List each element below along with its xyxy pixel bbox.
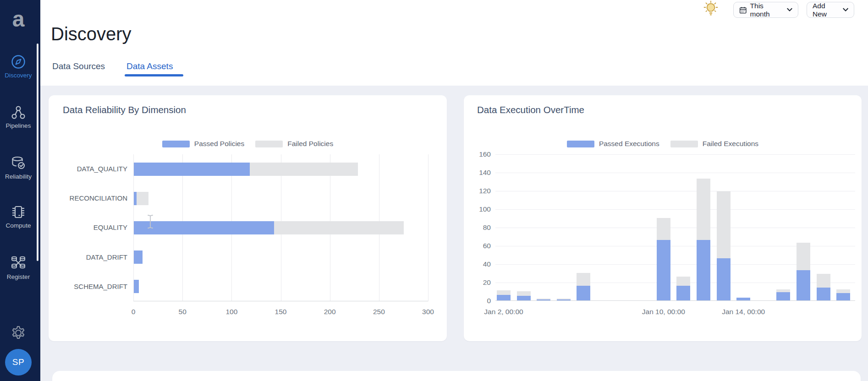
database-check-icon [10,155,27,171]
active-tab-underline [125,74,183,76]
bar-segment-failed [497,290,511,295]
bar-segment-passed [134,250,143,264]
y-axis-tick-label: 80 [464,223,491,232]
bar-segment-failed [697,179,710,240]
legend-label-passed: Passed Executions [599,140,659,148]
chevron-down-icon [843,8,848,12]
category-label: EQUALITY [51,223,127,231]
bar-segment-passed [836,293,850,300]
text-cursor [147,214,154,231]
sidebar-item-label: Pipelines [0,122,37,129]
bar-segment-failed [657,218,670,240]
add-new-button[interactable]: Add New [807,2,854,18]
bar-segment-failed [676,277,690,286]
bar-segment-failed [776,289,790,292]
sidebar-item-label: Compute [0,222,37,229]
user-avatar[interactable]: SP [5,349,32,376]
y-axis-tick-label: 20 [464,278,491,287]
bar-segment-passed [657,240,670,300]
app-logo: a [0,6,37,32]
y-axis-tick-label: 160 [464,150,491,158]
chart-legend: Passed Policies Failed Policies [49,140,447,148]
gridline [495,173,855,173]
category-label: DATA_QUALITY [51,165,127,173]
category-label: RECONCILIATION [51,194,127,202]
card-next-section [52,371,861,381]
gridline [495,191,855,191]
x-axis-tick-label: Jan 10, 00:00 [632,308,696,316]
bar-segment-failed [817,274,830,288]
bar-segment-passed [817,288,830,300]
bar-segment-passed [517,296,531,300]
sidebar-item-compute[interactable]: Compute [0,204,37,229]
x-axis-tick-label: 300 [414,308,442,316]
sidebar-item-label: Discovery [0,72,37,79]
sidebar-item-discovery[interactable]: Discovery [0,54,37,79]
pipeline-nodes-icon [11,105,26,120]
gridline [495,209,855,210]
bar-segment-passed [676,286,690,300]
gear-icon [10,324,27,342]
sidebar: a Discovery Pipelines [0,0,40,381]
tab-data-assets[interactable]: Data Assets [126,61,173,71]
bar-segment-failed [717,191,731,258]
x-axis-tick-label: 100 [218,308,245,316]
x-axis-tick-label: 0 [120,308,147,316]
sidebar-item-pipelines[interactable]: Pipelines [0,105,37,129]
y-axis-tick-label: 100 [464,205,491,213]
gridline [428,154,429,301]
register-dbs-icon [10,254,27,272]
y-axis-tick-label: 40 [464,260,491,268]
idea-button[interactable] [702,0,720,17]
x-axis-line [495,300,855,301]
x-axis-tick-label: 200 [316,308,344,316]
sidebar-scrollbar[interactable] [37,44,38,261]
bar-segment-failed [797,243,810,270]
bar-segment-passed [776,292,790,300]
bar-segment-passed [736,298,750,300]
app-root: a Discovery Pipelines [0,0,868,381]
category-label: DATA_DRIFT [51,253,127,261]
time-range-label: This month [750,2,783,18]
bar-segment-passed [134,163,250,176]
legend-swatch-failed [670,141,698,147]
category-label: SCHEMA_DRIFT [51,283,127,290]
y-axis-tick-label: 60 [464,242,491,250]
plot-area [133,154,428,301]
legend-label-passed: Passed Policies [194,140,244,148]
bar-segment-failed [557,299,571,299]
gridline [495,228,855,228]
time-range-button[interactable]: This month [733,2,798,18]
bar-segment-failed [250,163,358,176]
y-axis-tick-label: 0 [464,297,491,305]
bar-segment-failed [537,299,550,299]
bar-segment-passed [134,221,274,234]
bar-segment-passed [134,280,139,293]
settings-button[interactable] [0,324,37,343]
bar-segment-failed [577,273,590,286]
x-axis-tick-label: 50 [169,308,196,316]
sidebar-item-register[interactable]: Register [0,254,37,280]
chart-legend: Passed Executions Failed Executions [464,140,862,148]
x-axis-line [133,301,428,301]
chart-title: Data Reliability By Dimension [63,104,186,115]
bar-segment-passed [537,299,550,300]
page-title: Discovery [51,24,132,44]
bar-segment-failed [274,221,404,234]
plot-area [495,154,855,301]
legend-swatch-passed [162,141,190,147]
compass-icon [10,54,27,70]
legend-label-failed: Failed Executions [703,140,758,148]
x-axis-tick-label: Jan 2, 00:00 [472,308,536,316]
legend-swatch-failed [255,141,283,147]
x-axis-tick-label: 150 [267,308,295,316]
sidebar-item-reliability[interactable]: Reliability [0,155,37,180]
bar-segment-passed [717,258,731,300]
bar-segment-failed [517,291,531,296]
add-new-label: Add New [813,2,840,18]
chip-icon [10,204,27,220]
bar-segment-passed [577,286,590,300]
tab-data-sources[interactable]: Data Sources [52,61,105,71]
bar-segment-passed [497,295,511,300]
bar-segment-passed [797,270,810,300]
